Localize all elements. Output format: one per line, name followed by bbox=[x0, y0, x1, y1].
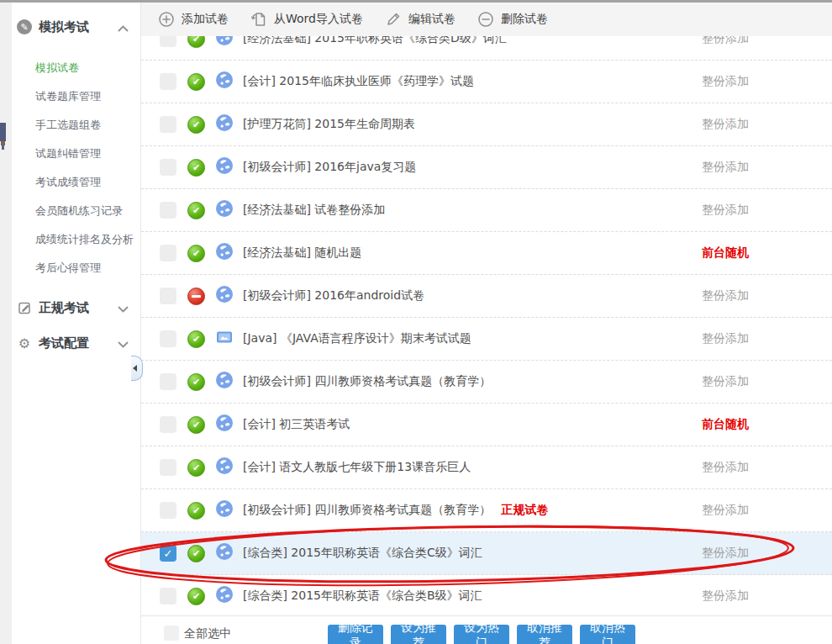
table-row[interactable]: [综合类] 2015年职称英语《综合类B级》词汇 整份添加 bbox=[141, 575, 832, 618]
paper-title[interactable]: [初级会计师] 四川教师资格考试真题（教育学） bbox=[243, 374, 491, 389]
publish-status-icon bbox=[187, 373, 205, 391]
paper-title[interactable]: [会计] 语文人教版七年级下册13课音乐巨人 bbox=[243, 460, 471, 475]
footer-action-button[interactable]: 取消推荐 bbox=[517, 625, 572, 644]
toolbar-button-label: 添加试卷 bbox=[182, 12, 229, 27]
sidebar-section-exam-config[interactable]: ⚙ 考试配置 bbox=[12, 326, 140, 360]
row-checkbox[interactable] bbox=[160, 545, 176, 562]
sidebar-section-label: 模拟考试 bbox=[39, 19, 89, 35]
sidebar-item[interactable]: 模拟试卷 bbox=[12, 54, 140, 82]
minus-circle-icon bbox=[477, 11, 494, 28]
footer-bar: 全部选中 删除记录设为推荐设为热门取消推荐取消热门 bbox=[141, 615, 832, 644]
table-row[interactable]: [护理万花筒] 2015年生命周期表 整份添加 bbox=[141, 103, 832, 146]
footer-action-button[interactable]: 设为热门 bbox=[454, 625, 509, 644]
row-checkbox[interactable] bbox=[160, 373, 176, 390]
publish-status-icon bbox=[187, 459, 205, 477]
row-checkbox[interactable] bbox=[160, 245, 176, 261]
sidebar-item[interactable]: 会员随机练习记录 bbox=[12, 197, 140, 225]
row-checkbox[interactable] bbox=[160, 459, 176, 476]
chevron-down-icon bbox=[118, 300, 129, 316]
add-mode-label: 前台随机 bbox=[702, 245, 749, 261]
table-row[interactable]: [初级会计师] 四川教师资格考试真题（教育学） 整份添加 bbox=[141, 361, 832, 404]
footer-action-button[interactable]: 取消热门 bbox=[580, 625, 635, 644]
paper-title[interactable]: [Java] 《JAVA语言程序设计》期末考试试题 bbox=[243, 331, 471, 346]
table-row[interactable]: [经济法基础] 随机出题 前台随机 bbox=[141, 232, 832, 275]
table-row[interactable]: [Java] 《JAVA语言程序设计》期末考试试题 整份添加 bbox=[141, 318, 832, 361]
globe-icon bbox=[216, 200, 233, 220]
globe-icon bbox=[216, 414, 233, 435]
sidebar-section-label: 正规考试 bbox=[39, 300, 89, 316]
select-all-checkbox[interactable] bbox=[164, 626, 179, 641]
row-checkbox[interactable] bbox=[160, 202, 176, 219]
publish-status-icon bbox=[187, 502, 205, 520]
paper-title[interactable]: [综合类] 2015年职称英语《综合类B级》词汇 bbox=[243, 589, 482, 604]
sidebar-item[interactable]: 成绩统计排名及分析 bbox=[12, 225, 140, 254]
sidebar: ✎ 模拟考试 模拟试卷试卷题库管理手工选题组卷试题纠错管理考试成绩管理会员随机练… bbox=[12, 3, 141, 644]
paper-tag: 正规试卷 bbox=[501, 503, 548, 518]
globe-icon bbox=[216, 243, 233, 263]
publish-status-icon bbox=[187, 330, 205, 348]
row-checkbox[interactable] bbox=[160, 73, 176, 90]
add-mode-label: 前台随机 bbox=[702, 417, 749, 432]
table-row[interactable]: [会计] 2015年临床执业医师《药理学》试题 整份添加 bbox=[141, 61, 832, 103]
paper-title[interactable]: [经济法基础] 试卷整份添加 bbox=[243, 203, 385, 218]
edit-paper-button[interactable]: 编辑试卷 bbox=[385, 11, 455, 28]
globe-icon bbox=[216, 372, 233, 392]
publish-status-icon bbox=[187, 245, 205, 262]
globe-icon bbox=[216, 114, 233, 135]
screen-icon bbox=[216, 330, 233, 348]
row-checkbox[interactable] bbox=[160, 588, 176, 604]
paper-title[interactable]: [护理万花筒] 2015年生命周期表 bbox=[243, 117, 415, 132]
toolbar-button-label: 删除试卷 bbox=[501, 12, 548, 27]
table-row[interactable]: [初级会计师] 2016年android试卷 整份添加 bbox=[141, 275, 832, 318]
publish-status-icon bbox=[187, 588, 205, 605]
paper-title[interactable]: [经济法基础] 随机出题 bbox=[243, 245, 361, 261]
add-mode-label: 整份添加 bbox=[702, 374, 749, 389]
globe-icon bbox=[216, 457, 233, 478]
paper-title[interactable]: [初级会计师] 2016年java复习题 bbox=[243, 160, 416, 175]
row-checkbox[interactable] bbox=[160, 116, 176, 133]
globe-icon bbox=[216, 500, 233, 520]
table-row[interactable]: [初级会计师] 四川教师资格考试真题（教育学） 正规试卷 整份添加 bbox=[141, 489, 832, 532]
row-checkbox[interactable] bbox=[160, 159, 176, 176]
row-checkbox[interactable] bbox=[160, 330, 176, 347]
footer-action-button[interactable]: 删除记录 bbox=[328, 625, 383, 644]
sidebar-section-formal-exam[interactable]: 正规考试 bbox=[12, 291, 140, 325]
add-mode-label: 整份添加 bbox=[702, 546, 749, 561]
globe-icon bbox=[216, 157, 233, 177]
paper-title[interactable]: [会计] 2015年临床执业医师《药理学》试题 bbox=[243, 74, 474, 89]
add-mode-label: 整份添加 bbox=[702, 331, 749, 346]
sidebar-item[interactable]: 手工选题组卷 bbox=[12, 111, 140, 140]
paper-title[interactable]: [初级会计师] 四川教师资格考试真题（教育学） bbox=[243, 503, 491, 518]
sidebar-collapse-handle[interactable] bbox=[131, 356, 143, 381]
paper-title[interactable]: [综合类] 2015年职称英语《综合类C级》词汇 bbox=[243, 546, 482, 561]
add-paper-button[interactable]: 添加试卷 bbox=[158, 11, 229, 28]
sidebar-item[interactable]: 考试成绩管理 bbox=[12, 168, 140, 197]
add-mode-label: 整份添加 bbox=[702, 503, 749, 518]
add-mode-label: 整份添加 bbox=[702, 74, 749, 89]
table-row[interactable]: [会计] 语文人教版七年级下册13课音乐巨人 整份添加 bbox=[141, 446, 832, 489]
paper-title[interactable]: [会计] 初三英语考试 bbox=[243, 417, 350, 432]
row-checkbox[interactable] bbox=[160, 416, 176, 433]
table-row[interactable]: [综合类] 2015年职称英语《综合类C级》词汇 整份添加 bbox=[141, 532, 832, 575]
publish-status-icon bbox=[187, 202, 205, 219]
table-row[interactable]: [会计] 初三英语考试 前台随机 bbox=[141, 404, 832, 446]
sidebar-item[interactable]: 试题纠错管理 bbox=[12, 140, 140, 168]
row-checkbox[interactable] bbox=[160, 502, 176, 519]
table-row[interactable]: [初级会计师] 2016年java复习题 整份添加 bbox=[141, 146, 832, 189]
paper-title[interactable]: [初级会计师] 2016年android试卷 bbox=[243, 288, 424, 304]
add-mode-label: 整份添加 bbox=[702, 460, 749, 475]
sidebar-submenu: 模拟试卷试卷题库管理手工选题组卷试题纠错管理考试成绩管理会员随机练习记录成绩统计… bbox=[12, 54, 140, 282]
sidebar-section-mock-exam[interactable]: ✎ 模拟考试 bbox=[12, 10, 140, 44]
add-mode-label: 整份添加 bbox=[702, 160, 749, 175]
table-row[interactable]: [经济法基础] 试卷整份添加 整份添加 bbox=[141, 189, 832, 232]
sidebar-item[interactable]: 考后心得管理 bbox=[12, 254, 140, 282]
chevron-down-icon bbox=[118, 335, 129, 351]
footer-action-button[interactable]: 设为推荐 bbox=[391, 625, 446, 644]
sidebar-section-label: 考试配置 bbox=[39, 335, 89, 351]
delete-paper-button[interactable]: 删除试卷 bbox=[477, 11, 548, 28]
import-from-word-button[interactable]: 从Word导入试卷 bbox=[250, 11, 363, 28]
globe-icon bbox=[216, 286, 233, 306]
sidebar-item[interactable]: 试卷题库管理 bbox=[12, 82, 140, 111]
publish-status-icon bbox=[187, 416, 205, 434]
row-checkbox[interactable] bbox=[160, 288, 176, 304]
